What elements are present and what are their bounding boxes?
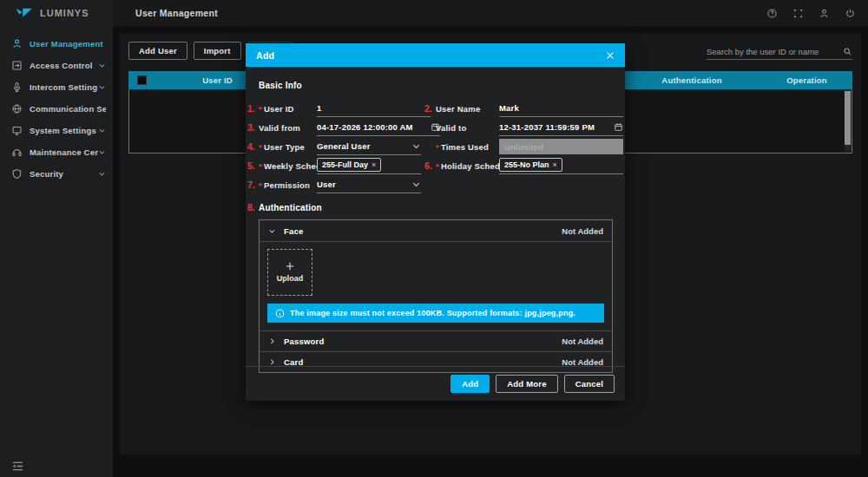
times-used-input [504, 142, 618, 152]
user-type-label: User Type [264, 142, 305, 152]
info-icon [275, 309, 285, 318]
chevron-down-icon [98, 127, 106, 134]
user-type-select[interactable]: General User [317, 139, 421, 155]
headset-icon [11, 147, 23, 158]
close-icon[interactable] [606, 51, 615, 60]
chevron-right-icon [268, 337, 276, 345]
user-id-input[interactable] [317, 103, 431, 113]
scrollbar-thumb[interactable] [845, 91, 851, 145]
add-button[interactable]: Add [450, 375, 490, 393]
column-operation: Operation [761, 75, 852, 85]
valid-to-label: Valid to [436, 123, 466, 133]
face-status: Not Added [562, 226, 603, 236]
face-section-header[interactable]: Face Not Added [260, 220, 612, 241]
basic-info-form: 1. *User ID 2. User Name 3. Valid from [247, 99, 613, 194]
table-scrollbar[interactable] [845, 90, 851, 152]
permission-label: Permission [264, 180, 310, 190]
calendar-icon[interactable] [614, 122, 623, 132]
field-user-name: 2. User Name [424, 99, 637, 118]
valid-to-input[interactable] [499, 122, 614, 132]
collapse-sidebar-icon[interactable] [11, 461, 24, 472]
valid-from-label: Valid from [259, 123, 300, 133]
schedule-tag: 255-No Plan × [499, 158, 562, 172]
user-name-label: User Name [436, 104, 480, 114]
annotation-number-4: 4. [247, 141, 259, 152]
annotation-number-2: 2. [424, 103, 436, 114]
holiday-schedule-label: Holiday Schedu... [441, 161, 499, 171]
sidebar-item-maintenance-center[interactable]: Maintenance Center [0, 141, 113, 163]
globe-icon [11, 103, 23, 114]
sidebar-item-user-management[interactable]: User Management [0, 33, 113, 55]
chevron-down-icon [98, 62, 106, 69]
chevron-down-icon [411, 141, 421, 151]
field-permission: 7. *Permission User [247, 175, 424, 194]
field-times-used: *Times Used [424, 137, 637, 156]
password-status: Not Added [562, 337, 603, 346]
search-icon[interactable] [843, 47, 852, 56]
add-user-button[interactable]: Add User [128, 42, 187, 60]
weekly-schedule-field[interactable]: 255-Full Day × [317, 158, 421, 174]
annotation-number-5: 5. [247, 160, 259, 171]
fullscreen-icon[interactable] [792, 8, 804, 19]
add-more-button[interactable]: Add More [496, 375, 557, 393]
annotation-number-7: 7. [247, 180, 259, 190]
chevron-down-icon [98, 170, 106, 178]
user-id-label: User ID [264, 104, 294, 114]
column-authentication: Authentication [622, 75, 761, 85]
power-icon[interactable] [845, 8, 856, 19]
topbar-icons [766, 8, 856, 19]
chevron-down-icon [268, 227, 276, 235]
access-control-icon [11, 60, 23, 71]
brand-logo: LUMINYS [0, 0, 113, 26]
field-user-id: 1. *User ID [247, 99, 424, 118]
modal-title: Add [256, 50, 274, 61]
add-user-modal: Add Basic Info 1. *User ID 2. User Name … [246, 43, 625, 401]
annotation-number-6: 6. [424, 160, 436, 171]
field-valid-to: Valid to [424, 118, 637, 137]
authentication-heading: 8. Authentication [247, 202, 613, 212]
schedule-tag: 255-Full Day × [317, 158, 381, 172]
sidebar-nav: User Management Access Control Intercom … [0, 33, 113, 185]
face-section-body: Upload The image size must not exceed 10… [260, 241, 612, 330]
chevron-down-icon [411, 180, 421, 189]
sidebar-item-security[interactable]: Security [0, 163, 113, 185]
remove-tag-icon[interactable]: × [372, 161, 376, 169]
sidebar-item-system-settings[interactable]: System Settings [0, 120, 113, 141]
times-used-label: Times Used [441, 142, 489, 152]
topbar: User Management [113, 0, 868, 26]
search-input[interactable] [707, 47, 843, 56]
cancel-button[interactable]: Cancel [564, 375, 615, 393]
field-weekly-schedule: 5. *Weekly Schedul... 255-Full Day × [247, 156, 424, 175]
brand-name: LUMINYS [40, 8, 89, 18]
remove-tag-icon[interactable]: × [553, 161, 557, 169]
authentication-box: Face Not Added Upload The image size mus… [259, 219, 613, 373]
modal-body: Basic Info 1. *User ID 2. User Name 3. V… [246, 67, 625, 373]
page-title: User Management [135, 8, 218, 18]
upload-button[interactable]: Upload [267, 249, 312, 296]
import-button[interactable]: Import [194, 42, 241, 60]
select-all-checkbox[interactable] [137, 75, 147, 85]
basic-info-heading: Basic Info [259, 81, 613, 90]
field-holiday-schedule: 6. *Holiday Schedu... 255-No Plan × [424, 156, 637, 175]
password-section-header[interactable]: Password Not Added [260, 330, 612, 351]
select-all-cell [128, 75, 155, 85]
luminys-logo-icon [15, 7, 34, 19]
sidebar-item-intercom-settings[interactable]: Intercom Settings [0, 76, 113, 98]
user-name-input[interactable] [499, 103, 623, 113]
modal-header: Add [246, 43, 625, 67]
annotation-number-1: 1. [247, 103, 259, 114]
sidebar: LUMINYS User Management Access Control I… [0, 0, 113, 477]
shield-icon [11, 168, 23, 180]
valid-from-input[interactable] [317, 122, 431, 132]
holiday-schedule-field[interactable]: 255-No Plan × [499, 158, 623, 174]
search-box [707, 47, 852, 60]
account-icon[interactable] [819, 8, 830, 19]
chevron-down-icon [98, 83, 106, 91]
sidebar-item-communication-settings[interactable]: Communication Settings [0, 98, 113, 120]
help-icon[interactable] [766, 8, 778, 19]
microphone-icon [11, 82, 23, 93]
image-size-banner: The image size must not exceed 100KB. Su… [267, 304, 604, 323]
permission-select[interactable]: User [317, 177, 421, 193]
sidebar-item-access-control[interactable]: Access Control [0, 55, 113, 76]
chevron-right-icon [268, 358, 276, 366]
